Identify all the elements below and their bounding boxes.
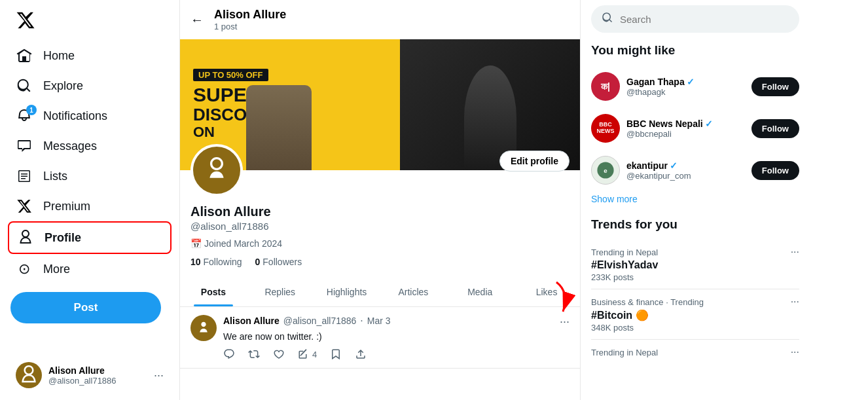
search-icon: [602, 12, 613, 26]
sidebar-item-home[interactable]: Home: [8, 41, 172, 71]
trend-elvish-tag: #ElvishYadav: [591, 259, 799, 271]
sidebar-premium-label: Premium: [43, 200, 90, 213]
user-profile-section[interactable]: Alison Allure @alison_all71886 ···: [8, 355, 172, 395]
like-action[interactable]: [273, 348, 285, 360]
trend-bitcoin: Business & finance · Trending ··· #Bitco…: [591, 289, 799, 340]
notification-badge: 1: [26, 105, 37, 115]
trend-elvish-more[interactable]: ···: [791, 246, 799, 258]
sidebar-item-messages[interactable]: Messages: [8, 131, 172, 161]
gagan-avatar: क|: [591, 72, 620, 101]
bbc-handle: @bbcnepali: [626, 129, 745, 139]
sidebar-home-label: Home: [43, 49, 75, 63]
share-action[interactable]: [355, 348, 367, 360]
bbc-follow-button[interactable]: Follow: [751, 119, 799, 138]
tab-replies[interactable]: Replies: [247, 278, 314, 306]
trend-bitcoin-count: 348K posts: [591, 323, 799, 333]
post-button[interactable]: Post: [10, 292, 161, 323]
tab-media[interactable]: Media: [446, 278, 513, 306]
profile-header-post-count: 1 post: [214, 22, 286, 31]
trend-elvish: Trending in Nepal ··· #ElvishYadav 233K …: [591, 240, 799, 289]
stats-action[interactable]: 4: [298, 348, 317, 360]
banner-upto: UP TO 50% OFF: [193, 69, 268, 81]
back-button[interactable]: ←: [190, 12, 204, 27]
more-icon: ⊙: [16, 261, 33, 278]
ekantipur-verified-icon: ✓: [670, 160, 678, 171]
trend-third-meta: Trending in Nepal ···: [591, 346, 799, 358]
bbc-verified-icon: ✓: [705, 118, 713, 129]
sidebar-notifications-label: Notifications: [43, 109, 107, 123]
reply-action[interactable]: [223, 348, 235, 360]
show-more-link[interactable]: Show more: [591, 194, 799, 204]
search-bar[interactable]: [591, 5, 799, 33]
profile-header-bar: ← Alison Allure 1 post: [180, 0, 580, 39]
sidebar-profile-label: Profile: [45, 231, 81, 245]
bbc-name: BBC News Nepali ✓: [626, 118, 745, 129]
messages-icon: [16, 137, 33, 155]
sidebar-item-profile[interactable]: Profile: [8, 221, 172, 254]
user-display-name: Alison Allure: [48, 365, 147, 376]
user-more-icon[interactable]: ···: [154, 369, 164, 382]
trend-third-more[interactable]: ···: [791, 346, 799, 358]
main-content: ← Alison Allure 1 post UP TO 50% OFF SUP…: [180, 0, 581, 400]
you-might-like-section: You might like क| Gagan Thapa ✓ @thapagk…: [591, 43, 799, 204]
bookmark-action[interactable]: [330, 348, 342, 360]
tab-posts[interactable]: Posts: [180, 278, 247, 306]
trends-section: Trends for you Trending in Nepal ··· #El…: [591, 217, 799, 365]
bbc-avatar: BBCNEWS: [591, 114, 620, 143]
ekantipur-handle: @ekantipur_com: [626, 171, 745, 181]
ekantipur-avatar: e: [591, 156, 620, 185]
gagan-info: Gagan Thapa ✓ @thapagk: [626, 77, 745, 97]
edit-profile-button[interactable]: Edit profile: [499, 151, 570, 172]
following-count[interactable]: 10 Following: [190, 257, 242, 267]
explore-icon: [16, 77, 33, 94]
profile-icon: [17, 229, 34, 246]
sidebar: Home Explore Notifications 1 Messages: [0, 0, 180, 400]
sidebar-item-notifications[interactable]: Notifications 1: [8, 101, 172, 131]
tweet-content: Alison Allure @alison_all71886 · Mar 3 ·…: [223, 315, 570, 360]
gagan-verified-icon: ✓: [687, 77, 695, 87]
followers-count[interactable]: 0 Followers: [255, 257, 302, 267]
profile-header-info: Alison Allure 1 post: [214, 8, 286, 31]
trend-bitcoin-tag: #Bitcoin 🟠: [591, 309, 799, 321]
tweet-avatar: [190, 315, 217, 341]
gagan-follow-button[interactable]: Follow: [751, 77, 799, 96]
tweet-header: Alison Allure @alison_all71886 · Mar 3 ·…: [223, 315, 570, 329]
gagan-name: Gagan Thapa ✓: [626, 77, 745, 87]
profile-display-name: Alison Allure: [190, 204, 570, 219]
retweet-action[interactable]: [248, 348, 260, 360]
home-icon: [16, 47, 33, 64]
arrow-annotation: [537, 279, 576, 318]
main-nav: Home Explore Notifications 1 Messages: [8, 41, 172, 254]
bbc-info: BBC News Nepali ✓ @bbcnepali: [626, 118, 745, 139]
twitter-logo[interactable]: [8, 5, 172, 38]
trend-bitcoin-meta: Business & finance · Trending ···: [591, 296, 799, 308]
sidebar-item-explore[interactable]: Explore: [8, 71, 172, 101]
profile-handle: @alison_all71886: [190, 221, 570, 232]
tweet-more-wrapper: ···: [560, 315, 570, 329]
sidebar-messages-label: Messages: [43, 139, 97, 153]
trend-bitcoin-more[interactable]: ···: [791, 296, 799, 308]
profile-avatar: [190, 144, 243, 196]
user-handle: @alison_all71886: [48, 376, 147, 386]
sidebar-item-lists[interactable]: Lists: [8, 161, 172, 191]
tab-highlights[interactable]: Highlights: [314, 278, 380, 306]
tweet-separator: ·: [360, 315, 363, 327]
sidebar-item-more[interactable]: ⊙ More: [8, 254, 172, 284]
suggestion-gagan: क| Gagan Thapa ✓ @thapagk Follow: [591, 65, 799, 107]
tweet-actions: 4: [223, 348, 570, 360]
suggestion-ekantipur: e ekantipur ✓ @ekantipur_com Follow: [591, 149, 799, 191]
trend-third: Trending in Nepal ···: [591, 340, 799, 365]
tweet-author-handle: @alison_all71886: [283, 316, 357, 326]
profile-header-name: Alison Allure: [214, 8, 286, 22]
premium-icon: [16, 198, 33, 215]
ekantipur-name: ekantipur ✓: [626, 160, 745, 171]
sidebar-item-premium[interactable]: Premium: [8, 191, 172, 221]
right-sidebar: You might like क| Gagan Thapa ✓ @thapagk…: [581, 0, 810, 400]
sidebar-explore-label: Explore: [43, 79, 83, 93]
user-details: Alison Allure @alison_all71886: [48, 365, 147, 386]
tab-articles[interactable]: Articles: [380, 278, 446, 306]
ekantipur-follow-button[interactable]: Follow: [751, 161, 799, 180]
calendar-icon: 📅: [190, 238, 202, 249]
search-input[interactable]: [620, 14, 789, 25]
suggestion-bbc: BBCNEWS BBC News Nepali ✓ @bbcnepali Fol…: [591, 107, 799, 149]
